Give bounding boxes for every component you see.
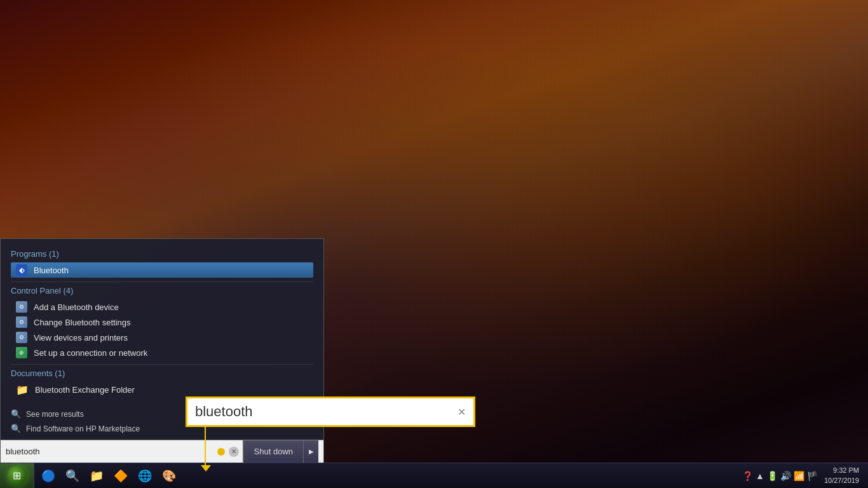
clock-date: 10/27/2019 [824,476,859,485]
taskbar: ⊞ 🔵 🔍 📁 🔶 🌐 🎨 ❓ ▲ 🔋 🔊 📶 🏴 [0,463,868,488]
control-item-change-settings[interactable]: ⚙ Change Bluetooth settings [11,315,313,330]
start-orb: ⊞ [7,466,27,486]
program-item-bluetooth[interactable]: ⬖ Bluetooth [11,262,313,278]
shutdown-button[interactable]: Shut down [243,440,303,463]
chrome-icon: 🌐 [138,469,152,483]
network-tray-icon[interactable]: 📶 [794,471,804,481]
systray-icons: ❓ ▲ 🔋 🔊 📶 🏴 [742,471,818,481]
search-clear-button[interactable]: ✕ [229,447,239,457]
callout-connector-arrow [201,465,211,471]
taskbar-icons: 🔵 🔍 📁 🔶 🌐 🎨 [34,464,183,487]
control-icon-view: ⚙ [16,332,27,343]
control-label-view: View devices and printers [34,333,128,342]
shutdown-arrow-icon: ▶ [309,448,314,455]
help-icon: 🔵 [41,469,55,483]
document-item-exchange-folder[interactable]: 📁 Bluetooth Exchange Folder [11,382,313,398]
arrow-tray-icon[interactable]: ▲ [756,471,764,481]
programs-header: Programs (1) [11,249,313,259]
volume-tray-icon[interactable]: 🔊 [780,471,791,481]
search-icon-software: 🔍 [11,424,21,433]
taskbar-folder-icon[interactable]: 📁 [85,464,108,487]
start-menu-content: Programs (1) ⬖ Bluetooth Control Panel (… [1,239,323,403]
callout-box: bluetooth ✕ [186,396,475,427]
control-label-add: Add a Bluetooth device [34,302,119,312]
callout-text: bluetooth [195,403,253,420]
search-dot [217,448,225,456]
taskbar-firefox-icon[interactable]: 🔶 [109,464,132,487]
documents-header: Documents (1) [11,369,313,378]
control-icon-add: ⚙ [16,301,27,313]
search-icon-more: 🔍 [11,409,21,419]
start-menu: Programs (1) ⬖ Bluetooth Control Panel (… [0,238,324,463]
system-tray: ❓ ▲ 🔋 🔊 📶 🏴 9:32 PM 10/27/2019 [737,466,868,485]
see-more-label: See more results [26,410,84,419]
control-label-network: Set up a connection or network [34,348,147,358]
magnify-icon: 🔍 [65,469,79,483]
windows-logo-icon: ⊞ [13,470,21,482]
section-divider-1 [11,281,313,282]
clock-time: 9:32 PM [833,466,859,475]
help-tray-icon[interactable]: ❓ [742,471,753,481]
shutdown-area: Shut down ▶ [243,440,318,463]
control-panel-header: Control Panel (4) [11,286,313,295]
shutdown-label: Shut down [254,447,293,456]
control-icon-network: ⊕ [16,347,27,358]
search-input[interactable] [6,447,214,456]
bluetooth-icon: ⬖ [16,264,27,276]
taskbar-magnify-icon[interactable]: 🔍 [61,464,84,487]
firefox-icon: 🔶 [114,469,128,483]
control-item-view-devices[interactable]: ⚙ View devices and printers [11,330,313,345]
find-software-label: Find Software on HP Marketplace [26,424,140,433]
taskbar-paint-icon[interactable]: 🎨 [158,464,180,487]
callout-connector-line [205,427,206,465]
paint-icon: 🎨 [162,469,176,483]
start-search-bar: ✕ Shut down ▶ [1,440,323,463]
callout-close-button[interactable]: ✕ [458,406,466,418]
control-item-setup-network[interactable]: ⊕ Set up a connection or network [11,345,313,360]
search-callout: bluetooth ✕ [186,396,475,427]
system-clock[interactable]: 9:32 PM 10/27/2019 [820,466,863,485]
taskbar-chrome-icon[interactable]: 🌐 [133,464,156,487]
battery-tray-icon[interactable]: 🔋 [767,471,778,481]
section-divider-2 [11,364,313,365]
control-icon-change: ⚙ [16,316,27,328]
explorer-icon: 📁 [90,469,104,483]
start-button[interactable]: ⊞ [0,463,34,489]
shutdown-arrow-button[interactable]: ▶ [303,440,318,463]
taskbar-help-icon[interactable]: 🔵 [37,464,60,487]
folder-icon: 📁 [16,384,29,396]
program-label-bluetooth: Bluetooth [34,266,69,275]
control-label-change: Change Bluetooth settings [34,318,131,327]
flag-tray-icon[interactable]: 🏴 [807,471,818,481]
control-item-add-bluetooth[interactable]: ⚙ Add a Bluetooth device [11,299,313,315]
document-label-folder: Bluetooth Exchange Folder [35,385,135,395]
